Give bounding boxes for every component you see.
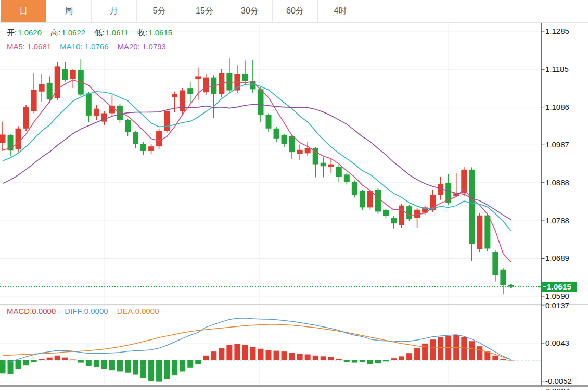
candle-body [23, 107, 29, 129]
axis-frame [0, 23, 588, 386]
macd-bar [399, 356, 404, 360]
macd-bar [492, 356, 498, 360]
macd-bar [360, 360, 365, 362]
candle-body [203, 78, 209, 93]
macd-bar [469, 341, 475, 360]
macd-bar [55, 356, 60, 360]
candle-body [336, 167, 342, 177]
macd-bar [125, 360, 131, 373]
current-price-badge: 1.0615 [542, 282, 577, 292]
macd-bar [266, 350, 272, 360]
macd-tick-label: -0.0052 [545, 376, 572, 386]
macd-bar [47, 358, 53, 360]
macd-bar [477, 346, 482, 360]
tab-5min[interactable]: 5分 [137, 0, 182, 22]
macd-bar [367, 360, 373, 364]
macd-bar [375, 360, 381, 363]
clipped-axis-label: -0.0094 [543, 387, 580, 390]
candle-body [31, 90, 37, 111]
candle-body [414, 210, 420, 218]
candle-body [297, 150, 303, 154]
tab-60min[interactable]: 60分 [273, 0, 318, 22]
macd-bar [226, 345, 232, 360]
macd-bar [391, 358, 397, 360]
candle-body [109, 106, 115, 114]
candles-layer [0, 58, 514, 294]
macd-bar [406, 353, 412, 360]
candle-body [133, 132, 138, 144]
price-tick-label: 1.1086 [545, 103, 569, 112]
macd-bar [328, 357, 334, 360]
candle-body [438, 184, 443, 195]
macd-bar [101, 360, 107, 369]
current-price-value: 1.0615 [547, 282, 571, 291]
tab-day[interactable]: 日 [1, 0, 46, 22]
candle-body [70, 70, 76, 79]
ohlc-close: 收:1.0615 [137, 28, 172, 38]
macd-tick-label: 0.0043 [545, 338, 569, 348]
candle-body [164, 111, 170, 131]
macd-bar [430, 339, 436, 360]
macd-bar [133, 360, 138, 375]
candle-body [344, 174, 350, 182]
macd-bar [321, 356, 326, 360]
candle-body [360, 191, 365, 207]
macd-bar [180, 360, 185, 371]
candle-body [461, 170, 467, 193]
macd-tick-label: 0.0137 [545, 301, 569, 310]
candle-body [477, 216, 482, 249]
candle-body [391, 218, 397, 223]
candle-body [469, 170, 475, 244]
tab-week[interactable]: 周 [46, 0, 92, 22]
candle-body [406, 206, 412, 219]
tab-15min[interactable]: 15分 [182, 0, 227, 22]
macd-bar [282, 351, 287, 360]
badge-tick [543, 286, 546, 287]
macd-bar [148, 360, 154, 381]
macd-bar [187, 360, 193, 368]
candle-body [399, 206, 404, 225]
ohlc-open: 开:1.0620 [7, 28, 42, 38]
price-tick-label: 1.0788 [545, 216, 569, 225]
chart-canvas[interactable] [0, 0, 588, 390]
ohlc-low: 低:1.0611 [94, 28, 129, 38]
candle-body [328, 165, 334, 167]
candle-body [266, 115, 272, 128]
tab-4hour[interactable]: 4时 [318, 0, 363, 22]
macd-bar [274, 351, 279, 360]
tab-30min[interactable]: 30分 [227, 0, 273, 22]
macd-bar [258, 349, 263, 360]
price-tick-label: 1.1185 [545, 65, 569, 74]
candle-body [94, 109, 99, 116]
price-tick-label: 1.1285 [545, 27, 569, 36]
candle-body [289, 136, 295, 152]
candle-body [195, 76, 201, 79]
macd-bar [62, 358, 68, 360]
price-tick-label: 1.0987 [545, 140, 569, 149]
macd-bar [234, 344, 240, 360]
candle-body [242, 74, 248, 81]
macd-bar [164, 360, 170, 379]
candle-body [492, 252, 498, 275]
legend-ma5: MA5: 1.0681 [7, 42, 51, 51]
candle-body [125, 120, 131, 132]
timeframe-tabbar: 日周月5分15分30分60分4时 [0, 0, 588, 23]
macd-bar [172, 360, 177, 375]
macd-bar [422, 344, 428, 360]
candle-body [47, 83, 53, 99]
candle-body [282, 135, 287, 144]
candle-body [86, 93, 92, 115]
tab-month[interactable]: 月 [92, 0, 137, 22]
candle-body [172, 94, 177, 97]
macd-bar [305, 355, 311, 360]
candle-body [180, 91, 185, 111]
macd-bar [313, 356, 318, 360]
macd-bar [70, 359, 76, 360]
macd-bar [445, 336, 451, 360]
macd-bar [117, 360, 123, 371]
candle-body [258, 89, 263, 115]
candle-body [484, 216, 490, 249]
candle-body [383, 210, 389, 216]
candle-body [508, 285, 514, 287]
macd-bar [211, 351, 216, 360]
